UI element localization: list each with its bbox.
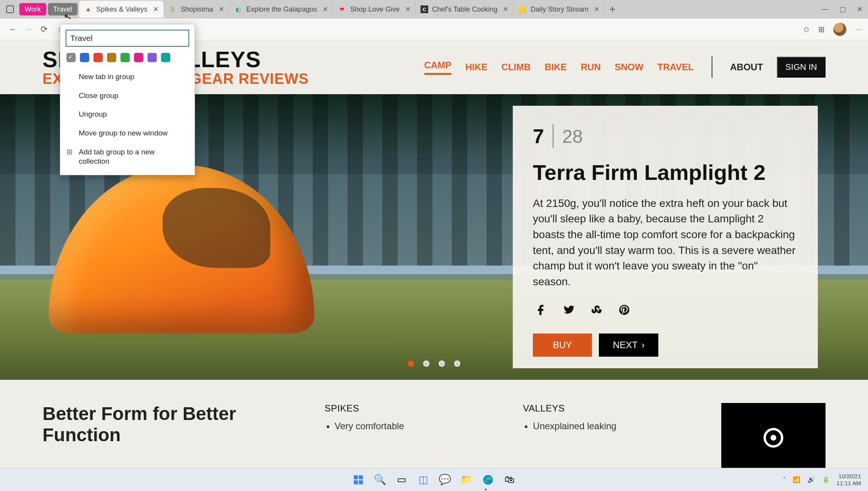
color-swatch-red[interactable] [93, 53, 103, 62]
volume-icon[interactable]: 🔊 [807, 476, 815, 483]
tab-shopisima[interactable]: S Shopisima ✕ [164, 1, 229, 18]
tray-chevron-icon[interactable]: ˄ [783, 476, 786, 483]
store-icon[interactable]: 🛍 [502, 472, 518, 488]
maximize-icon[interactable]: ▢ [839, 5, 846, 14]
favicon-icon: 🔺 [84, 5, 92, 14]
color-swatch-pink[interactable] [134, 53, 143, 62]
favicon-icon: 🟨 [518, 5, 527, 14]
carousel-dot[interactable] [423, 361, 429, 367]
tab-galapagos[interactable]: ◐ Explore the Galapagos ✕ [229, 1, 333, 18]
tab-actions-icon[interactable] [3, 2, 17, 16]
promo-box[interactable] [721, 403, 826, 472]
color-swatch-teal[interactable] [161, 53, 170, 62]
close-icon[interactable]: ✕ [503, 5, 509, 14]
windows-taskbar: 🔍 ▭ ◫ 💬 📁 🛍 ˄ 📶 🔊 🔋 10/20/21 11:11 AM [0, 468, 868, 491]
close-icon[interactable]: ✕ [322, 5, 328, 14]
refresh-button[interactable]: ⟳ [36, 22, 52, 37]
product-description: At 2150g, you'll notice the extra heft o… [533, 196, 798, 290]
chat-icon[interactable]: 💬 [437, 472, 453, 488]
collection-icon: ⊞ [66, 147, 73, 157]
close-window-icon[interactable]: ✕ [857, 5, 863, 14]
favicon-icon: ◐ [234, 5, 242, 14]
start-icon[interactable] [350, 472, 366, 488]
menu-new-tab-in-group[interactable]: New tab in group [60, 68, 195, 86]
favorite-icon[interactable]: ✩ [803, 25, 810, 34]
battery-icon[interactable]: 🔋 [822, 476, 830, 483]
task-view-icon[interactable]: ▭ [393, 472, 410, 488]
menu-move-to-new-window[interactable]: Move group to new window [60, 124, 195, 143]
group-name-input[interactable] [66, 30, 189, 47]
edge-icon[interactable] [480, 472, 496, 488]
tab-label: Spikes & Valleys [96, 5, 147, 14]
nav-run[interactable]: RUN [581, 62, 601, 73]
color-swatch-purple[interactable] [147, 53, 157, 62]
menu-close-group[interactable]: Close group [60, 86, 195, 105]
nav-travel[interactable]: TRAVEL [658, 62, 694, 73]
svg-rect-5 [354, 480, 358, 484]
minimize-icon[interactable]: — [822, 5, 829, 14]
tab-chefs-table[interactable]: C Chef's Table Cooking ✕ [416, 1, 514, 18]
score-secondary: 28 [562, 126, 583, 147]
carousel-dot[interactable] [439, 361, 445, 367]
forward-button[interactable]: → [21, 22, 36, 37]
color-swatch-grey[interactable] [66, 53, 76, 62]
stumbleupon-icon[interactable] [588, 302, 605, 318]
tab-group-work[interactable]: Work [19, 3, 46, 15]
tab-label: Shopisima [181, 5, 213, 14]
widgets-icon[interactable]: ◫ [415, 472, 431, 488]
profile-avatar[interactable] [833, 23, 846, 36]
tab-spikes-valleys[interactable]: 🔺 Spikes & Valleys ✕ [79, 1, 164, 18]
svg-rect-6 [359, 480, 363, 484]
twitter-icon[interactable] [561, 302, 577, 318]
tab-label: Daily Story Stream [531, 5, 588, 14]
next-button[interactable]: NEXT› [599, 334, 658, 357]
collections-icon[interactable]: ⊞ [818, 25, 825, 34]
menu-icon[interactable]: ⋯ [855, 25, 863, 34]
color-swatch-yellow[interactable] [107, 53, 116, 62]
favicon-icon: S [168, 5, 177, 14]
color-swatch-blue[interactable] [80, 53, 89, 62]
article-title: Better Form for Better Function [42, 403, 294, 445]
explorer-icon[interactable]: 📁 [458, 472, 475, 488]
svg-point-2 [771, 435, 776, 441]
close-icon[interactable]: ✕ [153, 5, 159, 14]
browser-tabstrip: Work Travel 🔺 Spikes & Valleys ✕ S Shopi… [0, 0, 868, 19]
list-item: Unexplained leaking [533, 421, 690, 432]
menu-add-to-collection[interactable]: ⊞Add tab group to a new collection [60, 143, 195, 171]
carousel-dot[interactable] [454, 361, 460, 367]
tab-daily-story[interactable]: 🟨 Daily Story Stream ✕ [514, 1, 605, 18]
search-icon[interactable]: 🔍 [372, 472, 388, 488]
nav-climb[interactable]: CLIMB [502, 62, 531, 73]
close-icon[interactable]: ✕ [219, 5, 224, 14]
list-item: Very comfortable [335, 421, 492, 432]
new-tab-button[interactable]: + [605, 2, 620, 17]
valleys-heading: VALLEYS [523, 403, 690, 414]
pinterest-icon[interactable] [616, 302, 632, 318]
product-card: 7 28 Terra Firm Lamplight 2 At 2150g, yo… [513, 106, 818, 368]
carousel-dot[interactable] [408, 361, 414, 367]
nav-hike[interactable]: HIKE [465, 62, 487, 73]
nav-snow[interactable]: SNOW [615, 62, 644, 73]
back-button[interactable]: ← [5, 22, 21, 37]
color-swatch-green[interactable] [120, 53, 130, 62]
group-color-picker [60, 51, 195, 68]
primary-nav: CAMP HIKE CLIMB BIKE RUN SNOW TRAVEL ABO… [424, 56, 826, 78]
wifi-icon[interactable]: 📶 [793, 476, 800, 483]
product-title: Terra Firm Lamplight 2 [533, 161, 798, 184]
tab-group-menu: New tab in group Close group Ungroup Mov… [60, 24, 195, 175]
close-icon[interactable]: ✕ [405, 5, 411, 14]
nav-camp[interactable]: CAMP [424, 60, 452, 75]
score-row: 7 28 [533, 124, 798, 148]
facebook-icon[interactable] [533, 302, 549, 318]
buy-button[interactable]: BUY [533, 334, 592, 357]
close-icon[interactable]: ✕ [594, 5, 600, 14]
signin-button[interactable]: SIGN IN [777, 57, 826, 78]
system-clock[interactable]: 10/20/21 11:11 AM [837, 473, 861, 486]
nav-bike[interactable]: BIKE [545, 62, 567, 73]
score-primary: 7 [533, 125, 544, 148]
svg-rect-3 [354, 475, 358, 479]
tab-label: Chef's Table Cooking [432, 5, 497, 14]
tab-shop-love-give[interactable]: ❤ Shop Love Give ✕ [333, 1, 416, 18]
nav-about[interactable]: ABOUT [730, 62, 763, 73]
menu-ungroup[interactable]: Ungroup [60, 105, 195, 124]
